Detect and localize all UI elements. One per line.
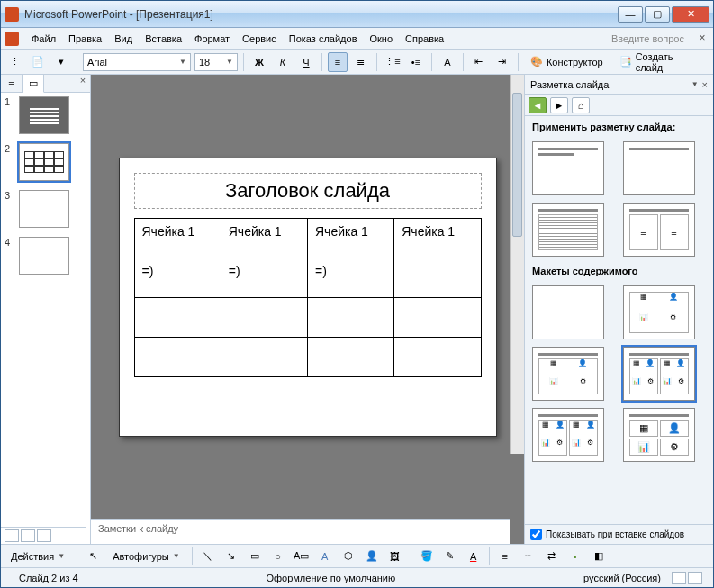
menu-slideshow[interactable]: Показ слайдов (284, 31, 363, 47)
menu-window[interactable]: Окно (365, 31, 399, 47)
numbered-list-button[interactable]: ⋮≡ (383, 52, 402, 72)
scrollbar-thumb[interactable] (512, 93, 522, 237)
table-cell[interactable]: Ячейка 1 (134, 218, 221, 258)
bulleted-list-button[interactable]: •≡ (406, 52, 426, 72)
layout-four-content[interactable]: ▦👤📊⚙ (623, 408, 695, 462)
menu-format[interactable]: Формат (189, 31, 235, 47)
bold-button[interactable]: Ж (249, 52, 269, 72)
thumbnail-row[interactable]: 1 (5, 96, 86, 134)
thumbnail-row[interactable]: 2 (5, 143, 86, 181)
slide-title-placeholder[interactable]: Заголовок слайда (134, 173, 482, 209)
picture-tool-icon[interactable]: 🖼 (385, 547, 405, 566)
actions-menu[interactable]: Действия ▼ (5, 547, 71, 566)
align-left-button[interactable]: ≡ (328, 52, 348, 72)
slide-table[interactable]: Ячейка 1 Ячейка 1 Ячейка 1 Ячейка 1 =) =… (134, 218, 482, 377)
mdi-close-icon[interactable]: × (695, 32, 709, 46)
layout-title-only[interactable] (623, 141, 695, 195)
layout-blank[interactable] (532, 285, 604, 339)
wordart-tool-icon[interactable]: A (315, 547, 335, 566)
thumbnail[interactable] (19, 96, 69, 134)
table-cell[interactable]: =) (134, 258, 221, 297)
minimize-button[interactable]: — (618, 6, 643, 23)
font-size-select[interactable]: 18 ▼ (194, 53, 238, 71)
increase-indent-button[interactable]: ⇥ (493, 52, 512, 72)
line-color-icon[interactable]: ✎ (440, 547, 460, 566)
status-view-btn[interactable] (672, 572, 686, 584)
show-on-insert-checkbox[interactable] (530, 529, 542, 540)
table-cell[interactable]: =) (308, 258, 394, 297)
status-view-btn[interactable] (688, 572, 702, 584)
table-cell[interactable] (394, 297, 481, 337)
thumbnail[interactable] (19, 143, 69, 181)
textbox-tool-icon[interactable]: A▭ (292, 547, 312, 566)
sorter-view-button[interactable] (21, 529, 35, 542)
menu-view[interactable]: Вид (109, 31, 138, 47)
table-cell[interactable]: Ячейка 1 (221, 218, 307, 258)
slide-canvas[interactable]: Заголовок слайда Ячейка 1 Ячейка 1 Ячейк… (91, 75, 524, 519)
oval-tool-icon[interactable]: ○ (268, 547, 288, 566)
menu-help[interactable]: Справка (400, 31, 449, 47)
diagram-tool-icon[interactable]: ⬡ (339, 547, 358, 566)
designer-button[interactable]: 🎨 Конструктор (524, 52, 610, 72)
3d-icon[interactable]: ◧ (589, 547, 609, 566)
rectangle-tool-icon[interactable]: ▭ (245, 547, 265, 566)
arrow-style-icon[interactable]: ⇄ (542, 547, 562, 566)
table-cell[interactable] (134, 297, 221, 337)
line-tool-icon[interactable]: ＼ (198, 547, 218, 566)
thumbnail[interactable] (19, 190, 69, 228)
italic-button[interactable]: К (273, 52, 293, 72)
layout-title-two-content-icons[interactable]: ▦👤📊⚙▦👤📊⚙ (623, 347, 695, 401)
normal-view-button[interactable] (5, 529, 19, 542)
menu-edit[interactable]: Правка (63, 31, 107, 47)
clipart-tool-icon[interactable]: 👤 (362, 547, 382, 566)
outline-tab[interactable]: ≡ (1, 75, 23, 92)
thumbnail-row[interactable]: 3 (5, 190, 86, 228)
notes-pane[interactable]: Заметки к слайду (91, 519, 510, 544)
shadow-icon[interactable]: ▪ (565, 547, 585, 566)
nav-home-button[interactable]: ⌂ (572, 97, 590, 113)
help-search[interactable]: Введите вопрос (573, 32, 690, 46)
layout-content[interactable]: ▦👤📊⚙ (623, 285, 695, 339)
layout-title-slide[interactable] (532, 141, 604, 195)
layout-comparison[interactable]: ▦👤📊⚙▦👤📊⚙ (532, 408, 604, 462)
menu-insert[interactable]: Вставка (140, 31, 187, 47)
table-cell[interactable] (221, 297, 307, 337)
slideshow-view-button[interactable] (37, 529, 51, 542)
align-center-button[interactable]: ≣ (351, 52, 371, 72)
thumbnail-row[interactable]: 4 (5, 237, 86, 275)
dash-style-icon[interactable]: ┄ (519, 547, 538, 566)
table-cell[interactable] (134, 337, 221, 376)
line-style-icon[interactable]: ≡ (495, 547, 515, 566)
table-cell[interactable]: Ячейка 1 (394, 218, 481, 258)
table-cell[interactable] (221, 337, 307, 376)
menu-file[interactable]: Файл (26, 31, 61, 47)
toolbar-handle-icon[interactable]: ⋮ (5, 52, 24, 72)
autoshapes-menu[interactable]: Автофигуры ▼ (106, 547, 186, 566)
arrow-tool-icon[interactable]: ↘ (221, 547, 241, 566)
slides-tab[interactable]: ▭ (23, 75, 44, 93)
layout-two-content[interactable]: ≡≡ (623, 203, 695, 257)
table-cell[interactable] (308, 337, 394, 376)
underline-button[interactable]: Ч (296, 52, 316, 72)
task-close-icon[interactable]: × (702, 79, 708, 90)
font-select[interactable]: Arial ▼ (83, 53, 191, 71)
font-grow-button[interactable]: A (438, 52, 457, 72)
new-slide-button[interactable]: 📑 Создать слайд (613, 52, 709, 72)
layout-title-content-icons[interactable]: ▦👤📊⚙ (532, 347, 604, 401)
font-color-icon[interactable]: A (464, 547, 484, 566)
toolbar-overflow-icon[interactable]: ▾ (51, 52, 71, 72)
table-cell[interactable]: Ячейка 1 (308, 218, 394, 258)
maximize-button[interactable]: ▢ (645, 6, 670, 23)
fill-color-icon[interactable]: 🪣 (417, 547, 437, 566)
new-doc-icon[interactable]: 📄 (28, 52, 48, 72)
menu-tools[interactable]: Сервис (237, 31, 282, 47)
select-tool-icon[interactable]: ↖ (83, 547, 103, 566)
close-button[interactable]: ✕ (672, 6, 709, 23)
table-cell[interactable] (394, 337, 481, 376)
table-cell[interactable] (394, 258, 481, 297)
chevron-down-icon[interactable]: ▼ (691, 80, 699, 88)
layout-title-content[interactable] (532, 203, 604, 257)
table-cell[interactable] (308, 297, 394, 337)
nav-back-button[interactable]: ◄ (529, 97, 547, 113)
thumbnail[interactable] (19, 237, 69, 275)
